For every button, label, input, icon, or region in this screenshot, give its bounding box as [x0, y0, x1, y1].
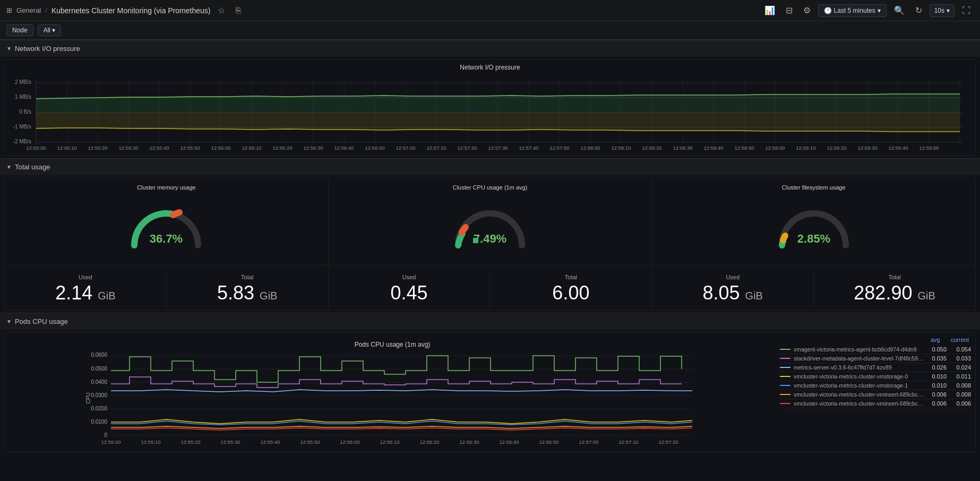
svg-text:12:57:10: 12:57:10 [619, 439, 639, 445]
grid-icon: ⊞ [6, 6, 12, 14]
svg-text:12:57:10: 12:57:10 [427, 145, 446, 150]
svg-text:12:55:20: 12:55:20 [88, 145, 108, 150]
svg-text:0.0100: 0.0100 [91, 419, 107, 425]
svg-text:12:55:20: 12:55:20 [181, 439, 201, 445]
filterbar: Node All ▾ [0, 21, 980, 40]
zoom-out-icon[interactable]: 🔍 [891, 3, 908, 18]
svg-text:12:55:40: 12:55:40 [261, 439, 280, 445]
svg-text:12:55:30: 12:55:30 [119, 145, 139, 150]
all-filter-button[interactable]: All ▾ [38, 24, 62, 36]
legend-item-0: vmagent-victoria-metrics-agent-bcb6cd974… [780, 345, 971, 354]
svg-text:12:57:40: 12:57:40 [519, 145, 539, 150]
time-range-button[interactable]: 🕐 Last 5 minutes ▾ [818, 4, 887, 17]
svg-text:12:56:00: 12:56:00 [211, 145, 231, 150]
legend-label-2: metrics-server-v0.3.6-6c47ffd7d7-kzv89 [794, 364, 925, 371]
svg-text:0 B/s: 0 B/s [19, 109, 31, 115]
legend-color-2 [780, 367, 790, 368]
svg-text:12:56:40: 12:56:40 [334, 145, 354, 150]
stat-cpu-used-label: Used [337, 274, 482, 280]
stat-cpu-used-value: 0.45 [337, 282, 482, 304]
pods-chart-area: Pods CPU usage (1m avg) 0.0600 0.0500 0.… [9, 337, 776, 448]
refresh-interval-button[interactable]: 10s ▾ [930, 4, 955, 17]
legend-current-1: 0.033 [950, 355, 971, 362]
legend-avg-4: 0.010 [928, 382, 947, 389]
table-icon[interactable]: ⊟ [783, 3, 796, 18]
svg-text:12:58:00: 12:58:00 [581, 145, 600, 150]
legend-label-4: vmcluster-victoria-metrics-cluster-vmsto… [794, 382, 925, 389]
svg-text:0.0200: 0.0200 [91, 406, 107, 411]
network-chart-svg: 2 MB/s 1 MB/s 0 B/s -1 MB/s -2 MB/s [11, 75, 969, 150]
legend-label-6: vmcluster-victoria-metrics-cluster-vmins… [794, 400, 925, 407]
total-usage-section-header[interactable]: ▼ Total usage [0, 158, 980, 175]
svg-text:12:58:30: 12:58:30 [673, 145, 693, 150]
network-section-header[interactable]: ▼ Network I/O pressure [0, 40, 980, 57]
svg-text:12:56:20: 12:56:20 [273, 145, 293, 150]
svg-text:12:56:00: 12:56:00 [340, 439, 360, 445]
svg-text:12:57:30: 12:57:30 [488, 145, 508, 150]
legend-item-4: vmcluster-victoria-metrics-cluster-vmsto… [780, 381, 971, 390]
refresh-interval-label: 10s [934, 7, 944, 14]
stat-cpu-total-label: Total [498, 274, 643, 280]
chevron-down-icon: ▾ [878, 7, 881, 14]
legend-current-6: 0.006 [950, 400, 971, 407]
svg-rect-75 [473, 238, 478, 243]
stat-memory-used-value: 2.14 GiB [13, 282, 158, 304]
chart-icon[interactable]: 📊 [761, 3, 778, 18]
node-filter-button[interactable]: Node [6, 24, 33, 36]
settings-icon[interactable]: ⚙ [800, 3, 814, 18]
network-panel: Network I/O pressure 2 MB/s 1 MB/s 0 B/s… [4, 59, 976, 156]
memory-gauge-panel: Cluster memory usage 36.7% [4, 177, 329, 265]
legend-item-2: metrics-server-v0.3.6-6c47ffd7d7-kzv89 0… [780, 363, 971, 372]
network-chart-container: 2 MB/s 1 MB/s 0 B/s -1 MB/s -2 MB/s [5, 73, 975, 156]
svg-text:CPU: CPU [85, 392, 91, 403]
svg-text:2 MB/s: 2 MB/s [15, 79, 31, 85]
legend-current-header: current [951, 337, 969, 343]
legend-avg-3: 0.010 [928, 373, 947, 380]
star-icon[interactable]: ☆ [214, 3, 228, 18]
pods-chevron-icon: ▼ [6, 319, 12, 324]
legend-current-5: 0.008 [950, 391, 971, 398]
svg-text:12:59:00: 12:59:00 [766, 145, 785, 150]
refresh-icon[interactable]: ↻ [912, 3, 925, 18]
legend-avg-2: 0.026 [928, 364, 947, 371]
legend-color-1 [780, 358, 790, 359]
breadcrumb-sep: / [45, 6, 47, 14]
cpu-gauge-title: Cluster CPU usage (1m avg) [335, 184, 646, 191]
filesystem-gauge-container: 2.85% [658, 195, 969, 259]
stat-fs-total-label: Total [822, 274, 967, 280]
network-section-title: Network I/O pressure [15, 45, 80, 53]
total-usage-chevron-icon: ▼ [6, 164, 12, 170]
svg-text:0.0500: 0.0500 [91, 366, 107, 372]
legend-current-0: 0.054 [950, 346, 971, 353]
svg-text:12:59:10: 12:59:10 [796, 145, 816, 150]
svg-text:12:56:40: 12:56:40 [500, 439, 519, 445]
legend-item-6: vmcluster-victoria-metrics-cluster-vmins… [780, 399, 971, 408]
stat-cpu-total-value: 6.00 [498, 282, 643, 304]
svg-text:12:59:20: 12:59:20 [827, 145, 847, 150]
total-usage-section-title: Total usage [15, 163, 50, 171]
svg-text:12:56:20: 12:56:20 [420, 439, 440, 445]
svg-text:12:58:50: 12:58:50 [735, 145, 754, 150]
clock-icon: 🕐 [824, 7, 832, 14]
pods-section-header[interactable]: ▼ Pods CPU usage [0, 313, 980, 330]
expand-icon[interactable]: ⛶ [959, 4, 974, 18]
pods-panel-title: Pods CPU usage (1m avg) [9, 337, 776, 350]
legend-label-1: stackdriver-metadata-agent-cluster-level… [794, 355, 925, 362]
network-panel-title: Network I/O pressure [5, 59, 975, 73]
stat-row: Used 2.14 GiB Total 5.83 GiB Used 0.45 T… [4, 268, 976, 311]
svg-text:12:56:30: 12:56:30 [304, 145, 323, 150]
share-icon[interactable]: ⎘ [233, 4, 244, 18]
svg-text:12:59:30: 12:59:30 [858, 145, 878, 150]
legend-avg-5: 0.006 [928, 391, 947, 398]
breadcrumb-home[interactable]: General [16, 6, 41, 14]
svg-text:12:56:10: 12:56:10 [380, 439, 400, 445]
legend-item-3: vmcluster-victoria-metrics-cluster-vmsto… [780, 372, 971, 381]
svg-text:0: 0 [104, 432, 107, 438]
svg-text:12:55:30: 12:55:30 [221, 439, 240, 445]
svg-text:36.7%: 36.7% [150, 232, 183, 245]
topbar: ⊞ General / Kubernetes Cluster Monitorin… [0, 0, 980, 21]
svg-text:12:57:00: 12:57:00 [579, 439, 599, 445]
svg-text:12:55:10: 12:55:10 [57, 145, 77, 150]
topbar-right: 📊 ⊟ ⚙ 🕐 Last 5 minutes ▾ 🔍 ↻ 10s ▾ ⛶ [761, 3, 974, 18]
legend-color-4 [780, 385, 790, 386]
